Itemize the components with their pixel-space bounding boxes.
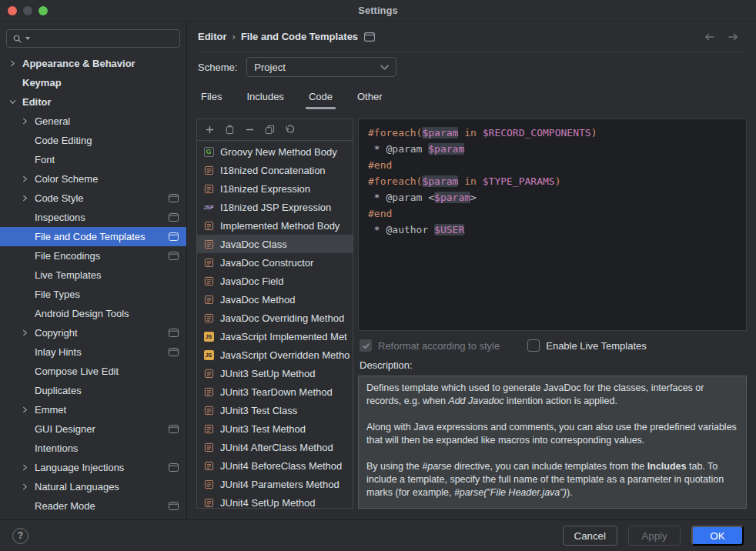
sidebar-item-live-templates[interactable]: Live Templates xyxy=(0,265,186,285)
sidebar-item-duplicates[interactable]: Duplicates xyxy=(0,381,186,400)
settings-tree: Appearance & BehaviorKeymapEditorGeneral… xyxy=(0,54,186,519)
template-item-implemented-method-body[interactable]: Implemented Method Body xyxy=(197,216,353,235)
sidebar-item-intentions[interactable]: Intentions xyxy=(0,439,186,458)
project-settings-icon xyxy=(364,32,375,42)
close-button[interactable] xyxy=(8,6,17,15)
sidebar-item-editor[interactable]: Editor xyxy=(0,92,186,112)
template-item-label: JUnit4 SetUp Method xyxy=(220,497,316,509)
sidebar-item-natural-languages[interactable]: Natural Languages xyxy=(0,477,186,496)
jsp-icon: JSP xyxy=(203,205,213,210)
template-item-junit3-test-method[interactable]: JUnit3 Test Method xyxy=(197,419,353,438)
project-settings-icon xyxy=(169,232,179,241)
sidebar-item-compose-live-edit[interactable]: Compose Live Edit xyxy=(0,362,186,381)
zoom-button[interactable] xyxy=(38,6,48,15)
sidebar-item-label: Code Style xyxy=(35,192,84,204)
template-item-i18nized-jsp-expression[interactable]: JSPI18nized JSP Expression xyxy=(197,198,353,216)
sidebar-item-general[interactable]: General xyxy=(0,112,186,131)
ok-button[interactable]: OK xyxy=(691,526,744,546)
template-item-junit3-test-class[interactable]: JUnit3 Test Class xyxy=(197,401,353,419)
template-icon xyxy=(204,387,214,397)
template-item-javadoc-method[interactable]: JavaDoc Method xyxy=(197,290,353,309)
project-settings-icon xyxy=(169,348,179,356)
template-item-i18nized-expression[interactable]: I18nized Expression xyxy=(197,179,353,198)
enable-live-templates-checkbox[interactable] xyxy=(527,339,540,352)
sidebar-item-label: Intentions xyxy=(35,442,78,454)
template-item-label: JavaScript Implemented Met xyxy=(220,331,347,342)
tab-other[interactable]: Other xyxy=(354,85,386,109)
template-item-javascript-implemented-met[interactable]: JSJavaScript Implemented Met xyxy=(197,327,353,346)
sidebar-item-file-and-code-templates[interactable]: File and Code Templates xyxy=(0,227,186,246)
breadcrumb-parent[interactable]: Editor xyxy=(198,31,227,42)
sidebar-item-file-types[interactable]: File Types xyxy=(0,285,186,304)
template-item-junit4-afterclass-method[interactable]: JUnit4 AfterClass Method xyxy=(197,438,353,456)
project-settings-icon xyxy=(169,502,179,510)
template-item-javadoc-field[interactable]: JavaDoc Field xyxy=(197,272,353,290)
sidebar-item-font[interactable]: Font xyxy=(0,150,186,169)
template-item-i18nized-concatenation[interactable]: I18nized Concatenation xyxy=(197,161,353,179)
template-item-junit4-beforeclass-method[interactable]: JUnit4 BeforeClass Method xyxy=(197,456,353,475)
template-icon xyxy=(204,165,214,175)
sidebar-item-code-style[interactable]: Code Style xyxy=(0,189,186,208)
sidebar-item-emmet[interactable]: Emmet xyxy=(0,400,186,419)
template-item-icon-wrap xyxy=(202,295,216,305)
sidebar-item-file-encodings[interactable]: File Encodings xyxy=(0,246,186,265)
add-template-button[interactable] xyxy=(205,125,215,135)
template-item-groovy-new-method-body[interactable]: GGroovy New Method Body xyxy=(197,142,353,161)
template-item-junit4-setup-method[interactable]: JUnit4 SetUp Method xyxy=(197,493,353,508)
sidebar-item-color-scheme[interactable]: Color Scheme xyxy=(0,169,186,189)
template-item-label: I18nized Concatenation xyxy=(220,165,326,176)
template-item-javadoc-class[interactable]: JavaDoc Class xyxy=(197,235,353,253)
sidebar-item-label: File and Code Templates xyxy=(35,231,146,242)
reformat-label: Reformat according to style xyxy=(378,340,500,352)
sidebar-item-gui-designer[interactable]: GUI Designer xyxy=(0,419,186,439)
template-item-label: JavaScript Overridden Metho xyxy=(220,349,350,361)
template-item-label: Implemented Method Body xyxy=(220,220,340,232)
template-item-junit3-setup-method[interactable]: JUnit3 SetUp Method xyxy=(197,364,353,382)
breadcrumb: Editor › File and Code Templates xyxy=(196,22,747,52)
settings-search-input[interactable] xyxy=(33,33,174,45)
template-icon xyxy=(204,258,214,268)
sidebar-item-label: File Types xyxy=(35,289,80,300)
chevron-right-icon xyxy=(22,195,35,202)
back-arrow-icon[interactable] xyxy=(704,32,715,42)
sidebar-item-android-design-tools[interactable]: Android Design Tools xyxy=(0,304,186,323)
sidebar-item-inspections[interactable]: Inspections xyxy=(0,208,186,227)
tab-code[interactable]: Code xyxy=(306,85,336,109)
history-nav xyxy=(704,32,745,42)
sidebar-item-reader-mode[interactable]: Reader Mode xyxy=(0,496,186,516)
duplicate-template-button[interactable] xyxy=(265,125,275,135)
template-list: GGroovy New Method BodyI18nized Concaten… xyxy=(197,141,353,508)
scheme-dropdown[interactable]: Project xyxy=(246,57,396,77)
sidebar-item-code-editing[interactable]: Code Editing xyxy=(0,131,186,150)
settings-search[interactable] xyxy=(6,29,180,48)
sidebar-item-language-injections[interactable]: Language Injections xyxy=(0,458,186,477)
template-list-panel: GGroovy New Method BodyI18nized Concaten… xyxy=(196,119,353,509)
template-item-javadoc-constructor[interactable]: JavaDoc Constructor xyxy=(197,253,353,272)
sidebar-item-copyright[interactable]: Copyright xyxy=(0,323,186,342)
chevron-right-icon xyxy=(22,406,35,413)
paste-template-button[interactable] xyxy=(225,125,235,135)
tab-includes[interactable]: Includes xyxy=(243,85,286,109)
tab-files[interactable]: Files xyxy=(198,85,225,109)
sidebar-item-keymap[interactable]: Keymap xyxy=(0,73,186,92)
sidebar-item-inlay-hints[interactable]: Inlay Hints xyxy=(0,342,186,362)
template-icon xyxy=(204,479,214,489)
template-item-icon-wrap xyxy=(202,442,216,452)
reset-template-button[interactable] xyxy=(285,125,295,135)
template-item-label: JUnit3 Test Method xyxy=(220,423,306,435)
template-code-editor[interactable]: #foreach($param in $RECORD_COMPONENTS) *… xyxy=(358,119,747,331)
template-item-junit4-parameters-method[interactable]: JUnit4 Parameters Method xyxy=(197,475,353,493)
template-item-javadoc-overriding-method[interactable]: JavaDoc Overriding Method xyxy=(197,309,353,327)
template-list-toolbar xyxy=(197,119,353,141)
cancel-button[interactable]: Cancel xyxy=(563,526,618,546)
template-icon xyxy=(204,461,214,471)
template-item-junit3-teardown-method[interactable]: JUnit3 TearDown Method xyxy=(197,382,353,401)
titlebar: Settings xyxy=(0,0,756,22)
remove-template-button[interactable] xyxy=(245,125,255,135)
template-item-javascript-overridden-metho[interactable]: JSJavaScript Overridden Metho xyxy=(197,346,353,364)
help-button[interactable]: ? xyxy=(12,528,28,544)
code-line: #end xyxy=(368,205,737,222)
search-history-chevron-icon[interactable] xyxy=(25,37,30,40)
sidebar-item-appearance-behavior[interactable]: Appearance & Behavior xyxy=(0,54,186,73)
forward-arrow-icon[interactable] xyxy=(728,32,739,42)
